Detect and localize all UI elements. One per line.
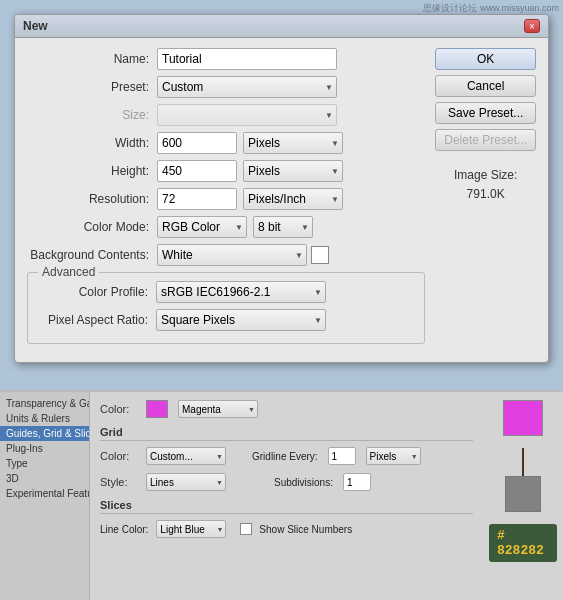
sidebar-item-type[interactable]: Type <box>0 456 89 471</box>
resolution-unit-wrapper[interactable]: Pixels/Inch <box>243 188 343 210</box>
dialog-title: New <box>23 19 48 33</box>
size-select <box>157 104 337 126</box>
grid-title: Grid <box>100 426 473 441</box>
size-select-wrapper <box>157 104 337 126</box>
grid-style-select-wrapper[interactable]: Lines <box>146 473 226 491</box>
colormode-select-wrapper[interactable]: RGB Color <box>157 216 247 238</box>
height-row: Height: Pixels <box>27 160 425 182</box>
magenta-color-swatch <box>146 400 168 418</box>
delete-preset-button: Delete Preset... <box>435 129 536 151</box>
gray-handle-area <box>505 448 541 512</box>
height-unit-select[interactable]: Pixels <box>243 160 343 182</box>
bottom-panel: Transparency & Gamut Units & Rulers Guid… <box>0 390 563 600</box>
advanced-section: Advanced Color Profile: sRGB IEC61966-2.… <box>27 272 425 344</box>
image-size-value: 791.0K <box>435 185 536 204</box>
dialog-body: Name: Preset: Custom Size: <box>15 38 548 350</box>
name-input[interactable] <box>157 48 337 70</box>
sidebar-item-transparency[interactable]: Transparency & Gamut <box>0 396 89 411</box>
height-unit-wrapper[interactable]: Pixels <box>243 160 343 182</box>
gridline-input[interactable] <box>328 447 356 465</box>
width-unit-select[interactable]: Pixels <box>243 132 343 154</box>
dialog-titlebar: New × <box>15 15 548 38</box>
colorprofile-select-wrapper[interactable]: sRGB IEC61966-2.1 <box>156 281 326 303</box>
bg-label: Background Contents: <box>27 248 157 262</box>
sidebar-item-plugins[interactable]: Plug-Ins <box>0 441 89 456</box>
new-dialog: New × Name: Preset: Custom Size: <box>14 14 549 363</box>
show-slice-checkbox[interactable] <box>240 523 252 535</box>
slice-color-select-wrapper[interactable]: Light Blue <box>156 520 226 538</box>
hash-color-label: # 828282 <box>489 524 557 562</box>
resolution-row: Resolution: Pixels/Inch <box>27 188 425 210</box>
colorbit-select-wrapper[interactable]: 8 bit <box>253 216 313 238</box>
grid-color-row: Color: Custom... Gridline Every: Pixels <box>100 447 473 465</box>
colorprofile-row: Color Profile: sRGB IEC61966-2.1 <box>36 281 416 303</box>
colormode-label: Color Mode: <box>27 220 157 234</box>
cancel-button[interactable]: Cancel <box>435 75 536 97</box>
name-label: Name: <box>27 52 157 66</box>
colorprofile-label: Color Profile: <box>36 285 156 299</box>
bg-select-wrapper[interactable]: White <box>157 244 307 266</box>
size-label: Size: <box>27 108 157 122</box>
gridline-unit-wrapper[interactable]: Pixels <box>366 447 421 465</box>
grid-color-select-wrapper[interactable]: Custom... <box>146 447 226 465</box>
color-select-wrapper[interactable]: Magenta <box>178 400 258 418</box>
colorbit-select[interactable]: 8 bit <box>253 216 313 238</box>
sidebar-item-experimental[interactable]: Experimental Features <box>0 486 89 501</box>
slices-section: Slices Line Color: Light Blue Show Slice… <box>100 499 473 538</box>
colormode-select[interactable]: RGB Color <box>157 216 247 238</box>
pixelaspect-row: Pixel Aspect Ratio: Square Pixels <box>36 309 416 331</box>
close-button[interactable]: × <box>524 19 540 33</box>
save-preset-button[interactable]: Save Preset... <box>435 102 536 124</box>
gridline-label: Gridline Every: <box>252 451 318 462</box>
preset-label: Preset: <box>27 80 157 94</box>
preset-select[interactable]: Custom <box>157 76 337 98</box>
subdivisions-label: Subdivisions: <box>274 477 333 488</box>
preset-select-wrapper[interactable]: Custom <box>157 76 337 98</box>
image-size-label: Image Size: <box>435 166 536 185</box>
magenta-swatch-display <box>503 400 543 436</box>
slices-row: Line Color: Light Blue Show Slice Number… <box>100 520 473 538</box>
sidebar-item-units[interactable]: Units & Rulers <box>0 411 89 426</box>
size-row: Size: <box>27 104 425 126</box>
subdivisions-input[interactable] <box>343 473 371 491</box>
width-input[interactable] <box>157 132 237 154</box>
show-slice-label: Show Slice Numbers <box>259 524 352 535</box>
grid-color-label: Color: <box>100 450 140 462</box>
color-label: Color: <box>100 403 140 415</box>
pixelaspect-select-wrapper[interactable]: Square Pixels <box>156 309 326 331</box>
pixelaspect-label: Pixel Aspect Ratio: <box>36 313 156 327</box>
grid-style-select[interactable]: Lines <box>146 473 226 491</box>
dialog-form: Name: Preset: Custom Size: <box>27 48 425 350</box>
watermark: 思缘设计论坛 www.missyuan.com <box>423 2 559 15</box>
name-row: Name: <box>27 48 425 70</box>
colorprofile-select[interactable]: sRGB IEC61966-2.1 <box>156 281 326 303</box>
ok-button[interactable]: OK <box>435 48 536 70</box>
resolution-unit-select[interactable]: Pixels/Inch <box>243 188 343 210</box>
left-sidebar: Transparency & Gamut Units & Rulers Guid… <box>0 392 90 600</box>
sidebar-item-3d[interactable]: 3D <box>0 471 89 486</box>
width-row: Width: Pixels <box>27 132 425 154</box>
grid-color-select[interactable]: Custom... <box>146 447 226 465</box>
color-select[interactable]: Magenta <box>178 400 258 418</box>
gridline-unit-select[interactable]: Pixels <box>366 447 421 465</box>
width-unit-wrapper[interactable]: Pixels <box>243 132 343 154</box>
slices-title: Slices <box>100 499 473 514</box>
grid-style-row: Style: Lines Subdivisions: <box>100 473 473 491</box>
colormode-row: Color Mode: RGB Color 8 bit <box>27 216 425 238</box>
main-panel: Color: Magenta Grid Color: Custom... Gri… <box>90 392 483 600</box>
resolution-input[interactable] <box>157 188 237 210</box>
bg-select[interactable]: White <box>157 244 307 266</box>
bg-row: Background Contents: White <box>27 244 425 266</box>
preset-row: Preset: Custom <box>27 76 425 98</box>
image-size-block: Image Size: 791.0K <box>435 166 536 204</box>
height-input[interactable] <box>157 160 237 182</box>
sidebar-item-guides[interactable]: Guides, Grid & Slices <box>0 426 89 441</box>
slice-color-label: Line Color: <box>100 524 148 535</box>
handle-line <box>522 448 524 476</box>
resolution-label: Resolution: <box>27 192 157 206</box>
slice-color-select[interactable]: Light Blue <box>156 520 226 538</box>
advanced-label: Advanced <box>38 265 99 279</box>
color-row: Color: Magenta <box>100 400 473 418</box>
width-label: Width: <box>27 136 157 150</box>
pixelaspect-select[interactable]: Square Pixels <box>156 309 326 331</box>
